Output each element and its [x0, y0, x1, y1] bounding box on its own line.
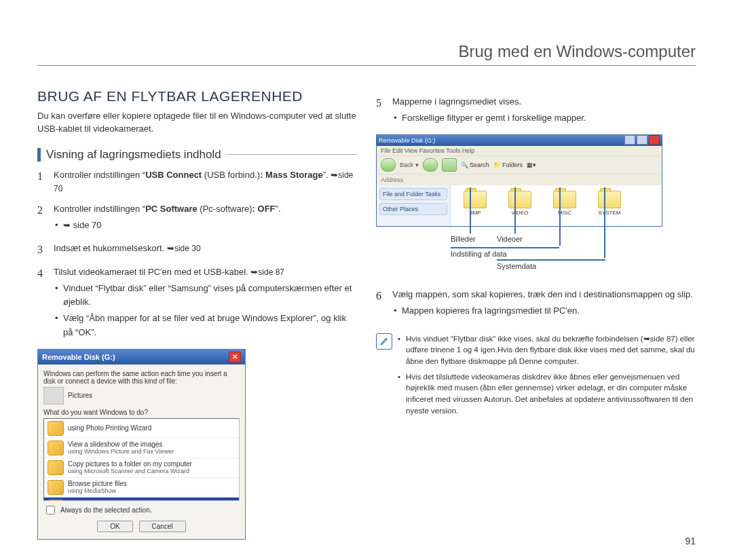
- steps-left: 1Kontroller indstillingen “USB Connect (…: [37, 168, 357, 342]
- callout-images: Billeder: [451, 235, 476, 243]
- step-6: 6Vælg mappen, som skal kopieres, træk de…: [376, 288, 696, 320]
- callout-systemdata: Systemdata: [497, 259, 605, 270]
- option-icon: [48, 441, 64, 455]
- step-item: 2Kontroller indstillingen “PC Software (…: [37, 202, 357, 235]
- dialog-title: Removable Disk (G:): [42, 353, 115, 361]
- header-rule: [37, 65, 696, 66]
- always-checkbox[interactable]: [46, 506, 55, 515]
- explorer-folder-pane[interactable]: BMPVIDEOMISCSYSTEM: [451, 185, 662, 226]
- folder-item[interactable]: BMP: [459, 191, 491, 216]
- up-icon[interactable]: [442, 158, 457, 172]
- folder-item[interactable]: MISC: [548, 191, 581, 216]
- folder-callouts: Billeder Videoer Indstilling af data Sys…: [376, 227, 661, 281]
- step-number: 1: [37, 168, 48, 195]
- option-icon: [48, 500, 64, 501]
- dialog-option[interactable]: Browse picture filesusing MediaShow: [44, 478, 239, 498]
- note-item: Hvis vinduet “Flytbar disk” ikke vises, …: [398, 333, 696, 367]
- subhead-accent: [37, 148, 41, 162]
- note-icon: [376, 333, 392, 350]
- removable-disk-dialog: Removable Disk (G:) ✕ Windows can perfor…: [37, 349, 246, 540]
- dialog-option[interactable]: Open folder to view filesusing Windows E…: [44, 498, 239, 501]
- step-item: 3Indsæt et hukommelseskort. ➥side 30: [37, 242, 357, 259]
- dialog-question: What do you want Windows to do?: [43, 409, 240, 416]
- pictures-icon: [43, 387, 64, 405]
- ok-button[interactable]: OK: [97, 521, 132, 532]
- step-number: 5: [376, 95, 387, 128]
- note-box: Hvis vinduet “Flytbar disk” ikke vises, …: [376, 333, 696, 421]
- steps-right: 5Mapperne i lagringsmediet vises.Forskel…: [376, 95, 696, 128]
- folder-icon: [553, 191, 576, 208]
- cancel-button[interactable]: Cancel: [139, 521, 186, 532]
- folder-icon: [598, 191, 621, 208]
- step-item: 5Mapperne i lagringsmediet vises.Forskel…: [376, 95, 696, 128]
- option-icon: [48, 460, 64, 475]
- folder-icon: [508, 191, 531, 208]
- dialog-option[interactable]: View a slideshow of the imagesusing Wind…: [44, 438, 239, 458]
- explorer-menubar[interactable]: File Edit View Favorites Tools Help: [377, 146, 662, 155]
- step-bullet: Vælg “Åbn mapper for at se filer ved at …: [54, 312, 357, 339]
- option-icon: [48, 480, 64, 495]
- back-icon[interactable]: [381, 158, 396, 172]
- note-list: Hvis vinduet “Flytbar disk” ikke vises, …: [398, 333, 696, 421]
- step-item: 6Vælg mappen, som skal kopieres, træk de…: [376, 288, 696, 320]
- note-item: Hvis det tilsluttede videokameras diskdr…: [398, 371, 696, 417]
- dialog-desc: Windows can perform the same action each…: [43, 370, 240, 385]
- subheading: Visning af lagringsmediets indhold: [46, 148, 221, 162]
- window-buttons[interactable]: [623, 135, 660, 146]
- close-icon[interactable]: ✕: [229, 352, 241, 362]
- page-number: 91: [685, 536, 696, 546]
- step-item: 4Tilslut videokameraet til PC'en med et …: [37, 265, 357, 342]
- intro-paragraph: Du kan overføre eller kopiere optagede f…: [37, 110, 357, 136]
- dialog-kind: Pictures: [68, 392, 92, 399]
- subheading-row: Visning af lagringsmediets indhold: [37, 148, 357, 162]
- folder-item[interactable]: VIDEO: [504, 191, 536, 216]
- sidebar-item-other[interactable]: Other Places: [379, 203, 447, 215]
- step-number: 6: [376, 288, 387, 320]
- step-number: 3: [37, 242, 48, 259]
- option-icon: [48, 421, 64, 436]
- step-number: 4: [37, 265, 48, 342]
- subhead-rule: [227, 154, 357, 155]
- section-heading: BRUG AF EN FLYTBAR LAGERENHED: [37, 88, 357, 105]
- step-item: 1Kontroller indstillingen “USB Connect (…: [37, 168, 357, 195]
- forward-icon[interactable]: [423, 158, 438, 172]
- folder-item[interactable]: SYSTEM: [593, 191, 626, 216]
- callout-datasettings: Indstilling af data: [451, 247, 559, 258]
- step-number: 2: [37, 202, 48, 235]
- step-bullet: Vinduet “Flytbar disk” eller “Samsung” v…: [54, 282, 357, 309]
- callout-videos: Videoer: [497, 235, 523, 243]
- folder-icon: [464, 191, 487, 208]
- explorer-sidebar[interactable]: File and Folder Tasks Other Places: [377, 185, 451, 226]
- dialog-option[interactable]: using Photo Printing Wizard: [44, 419, 239, 438]
- dialog-option-list[interactable]: using Photo Printing WizardView a slides…: [43, 418, 240, 501]
- always-label: Always do the selected action.: [60, 506, 152, 514]
- step-bullet: Mappen kopieres fra lagringsmediet til P…: [392, 304, 693, 318]
- explorer-addressbar[interactable]: Address: [377, 174, 662, 185]
- dialog-option[interactable]: Copy pictures to a folder on my computer…: [44, 458, 239, 478]
- step-bullet: Forskellige filtyper er gemt i forskelli…: [392, 111, 586, 125]
- explorer-title: Removable Disk (G:): [379, 137, 436, 144]
- sidebar-item-tasks[interactable]: File and Folder Tasks: [379, 188, 447, 200]
- explorer-window: Removable Disk (G:) File Edit View Favor…: [376, 134, 662, 227]
- page-header-title: Brug med en Windows-computer: [459, 42, 696, 61]
- explorer-toolbar[interactable]: Back ▾ 🔍 Search📁 Folders▦▾: [377, 155, 662, 174]
